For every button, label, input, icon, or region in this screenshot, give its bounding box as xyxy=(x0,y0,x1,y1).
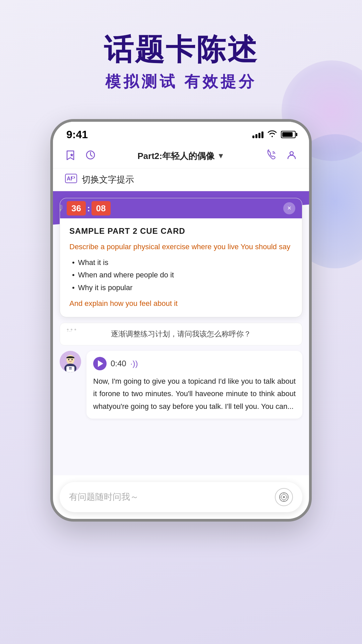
svg-text:AI: AI xyxy=(67,176,72,181)
signal-icon xyxy=(252,131,263,138)
nav-bar: Part2:年轻人的偶像 ▼ xyxy=(53,144,309,168)
input-bar[interactable]: 有问题随时问我～ xyxy=(60,482,302,512)
ai-avatar xyxy=(60,351,81,372)
ai-message-text: Now, I'm going to give you a topicand I'… xyxy=(93,375,296,413)
user-icon[interactable] xyxy=(286,150,297,163)
cue-card-header: 🎙 36 : 08 × xyxy=(60,198,302,218)
cue-card-description: Describe a popular physical exercise whe… xyxy=(69,241,293,252)
input-placeholder: 有问题随时问我～ xyxy=(69,491,139,503)
svg-point-8 xyxy=(71,359,73,360)
timer-container: 🎙 36 : 08 xyxy=(67,201,111,215)
toggle-label: 切换文字提示 xyxy=(82,174,134,185)
status-time: 9:41 xyxy=(66,128,88,141)
svg-point-7 xyxy=(68,359,69,360)
cue-card-title: SAMPLE PART 2 CUE CARD xyxy=(69,226,293,236)
mic-indicator: 🎙 xyxy=(60,204,65,213)
system-message-text: 逐渐调整练习计划，请问我该怎么称呼你？ xyxy=(111,330,251,338)
ai-message: 0:40 ·)) Now, I'm going to give you a to… xyxy=(60,351,302,419)
cue-card-area: 🎙 36 : 08 × SAMPLE PART 2 CUE CARD Descr… xyxy=(53,191,309,475)
audio-wave-icon: ·)) xyxy=(130,359,138,368)
voice-button[interactable] xyxy=(275,488,293,506)
cue-card-list: What it is When and where people do it W… xyxy=(72,256,293,294)
nav-title: Part2:年轻人的偶像 xyxy=(137,150,215,162)
toggle-icon: AI xyxy=(65,174,77,185)
svg-point-1 xyxy=(290,152,293,155)
cue-card-container: 🎙 36 : 08 × SAMPLE PART 2 CUE CARD Descr… xyxy=(60,198,302,317)
timer-left: 36 xyxy=(67,201,86,215)
sub-title: 模拟测试 有效提分 xyxy=(104,71,258,92)
list-item: When and where people do it xyxy=(72,269,293,281)
phone-icon[interactable] xyxy=(266,150,277,163)
audio-time: 0:40 xyxy=(111,359,126,368)
wifi-icon xyxy=(267,130,277,139)
title-area: 话题卡陈述 模拟测试 有效提分 xyxy=(104,34,258,92)
play-button[interactable] xyxy=(93,357,107,370)
nav-center[interactable]: Part2:年轻人的偶像 ▼ xyxy=(137,150,224,162)
timer-right: 08 xyxy=(92,201,111,215)
main-title: 话题卡陈述 xyxy=(104,34,258,66)
status-icons xyxy=(252,130,296,139)
battery-icon xyxy=(281,131,296,138)
nav-right xyxy=(266,150,297,163)
cue-card-explain: And explain how you feel about it xyxy=(69,298,293,309)
svg-point-12 xyxy=(283,496,285,498)
bookmark-icon[interactable] xyxy=(65,150,76,163)
list-item: What it is xyxy=(72,256,293,269)
text-toggle[interactable]: AI 切换文字提示 xyxy=(53,168,309,191)
audio-row: 0:40 ·)) xyxy=(93,357,296,370)
status-bar: 9:41 xyxy=(53,122,309,144)
system-message: • • • 逐渐调整练习计划，请问我该怎么称呼你？ xyxy=(60,323,302,345)
ai-bubble: 0:40 ·)) Now, I'm going to give you a to… xyxy=(86,351,302,419)
nav-left xyxy=(65,150,96,163)
close-button[interactable]: × xyxy=(283,202,295,214)
timer-colon: : xyxy=(87,203,90,213)
chat-area: • • • 逐渐调整练习计划，请问我该怎么称呼你？ xyxy=(53,317,309,429)
phone-mockup: 9:41 xyxy=(50,119,312,522)
list-item: Why it is popular xyxy=(72,281,293,294)
nav-dropdown-icon: ▼ xyxy=(217,152,225,160)
history-icon[interactable] xyxy=(85,150,96,163)
cue-card-content: SAMPLE PART 2 CUE CARD Describe a popula… xyxy=(60,218,302,317)
